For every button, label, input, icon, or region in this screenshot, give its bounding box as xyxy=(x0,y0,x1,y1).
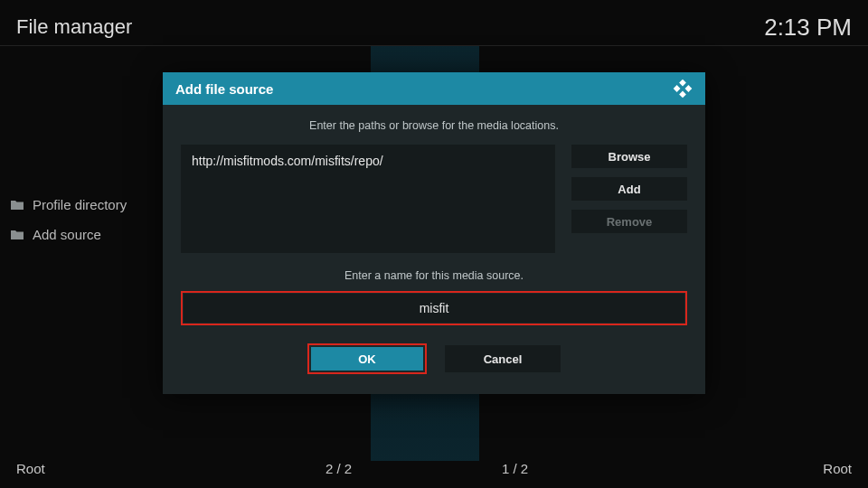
svg-rect-2 xyxy=(685,85,693,92)
dialog-header: Add file source xyxy=(163,72,705,105)
browse-button[interactable]: Browse xyxy=(571,145,687,168)
sidebar-item-label: Profile directory xyxy=(33,197,127,212)
svg-rect-1 xyxy=(674,85,681,92)
header-time: 2:13 PM xyxy=(764,14,852,42)
sidebar: Profile directory Add source xyxy=(11,190,127,249)
sidebar-item-add-source[interactable]: Add source xyxy=(11,220,127,249)
add-button[interactable]: Add xyxy=(571,177,687,201)
sidebar-item-profile-directory[interactable]: Profile directory xyxy=(11,190,127,220)
kodi-logo-icon xyxy=(673,79,693,99)
ok-button[interactable]: OK xyxy=(311,347,423,371)
svg-rect-3 xyxy=(679,91,686,99)
name-input-highlight xyxy=(181,291,687,325)
folder-icon xyxy=(11,200,24,210)
header-title: File manager xyxy=(16,15,132,39)
ok-button-highlight: OK xyxy=(307,343,427,374)
path-input-value: http://misfitmods.com/misfits/repo/ xyxy=(192,154,383,168)
svg-rect-0 xyxy=(679,80,686,87)
footer-right-label: Root xyxy=(823,461,852,476)
app-header: File manager 2:13 PM xyxy=(0,9,868,45)
header-divider xyxy=(0,45,868,46)
path-input[interactable]: http://misfitmods.com/misfits/repo/ xyxy=(181,145,555,253)
sidebar-item-label: Add source xyxy=(33,227,101,242)
path-instruction: Enter the paths or browse for the media … xyxy=(181,119,687,132)
folder-icon xyxy=(11,230,24,239)
footer-count-right: 1 / 2 xyxy=(502,461,528,476)
cancel-button[interactable]: Cancel xyxy=(445,345,561,372)
remove-button: Remove xyxy=(571,210,687,233)
dialog-title: Add file source xyxy=(175,81,273,97)
footer-left-label: Root xyxy=(16,461,45,476)
footer: Root 2 / 2 1 / 2 Root xyxy=(0,457,868,479)
name-input[interactable] xyxy=(184,294,684,323)
add-file-source-dialog: Add file source Enter the paths or brows… xyxy=(163,72,705,394)
footer-count-left: 2 / 2 xyxy=(326,461,352,476)
name-instruction: Enter a name for this media source. xyxy=(181,269,687,282)
